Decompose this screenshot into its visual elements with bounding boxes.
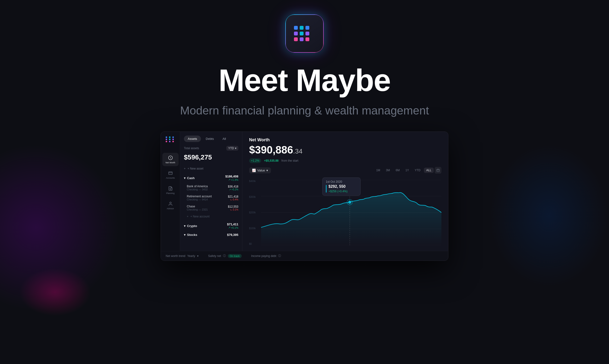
new-account-button[interactable]: + + New account (180, 213, 242, 220)
account-chase[interactable]: Chase Checking — 2321 $12,553 ↘ -3.1% (180, 203, 242, 213)
nw-main-value: $390,886 (249, 144, 293, 156)
chart-area: $400k $300k $200k $100k $0 (249, 177, 442, 255)
net-worth-icon (168, 155, 173, 160)
yearly-chevron: ▾ (197, 254, 198, 258)
time-ytd[interactable]: YTD (412, 168, 423, 173)
svg-rect-3 (437, 169, 440, 172)
boa-value: $36,418 (228, 185, 238, 188)
new-asset-icon: + (184, 167, 186, 170)
sidebar-item-advisor[interactable]: Advisor (162, 199, 179, 212)
crypto-trend: ↗ (228, 226, 230, 229)
y-label-0: $0 (249, 243, 256, 245)
sidebar-logo (166, 136, 175, 146)
crypto-arrow: ▾ (184, 224, 186, 228)
y-label-200: $200k (249, 211, 256, 214)
value-dropdown[interactable]: 📈 Value ▾ (249, 167, 271, 173)
cash-change: ↗ +1.3% (225, 178, 238, 181)
ret-info: Retirement account Checking — 9414 (187, 195, 212, 201)
time-3m[interactable]: 3M (384, 168, 392, 173)
time-buttons: 1M 3M 6M 1Y YTD ALL (374, 167, 442, 174)
new-asset-label: + New asset (188, 167, 203, 170)
stocks-arrow: ▾ (184, 233, 186, 237)
ret-sub: Checking — 9414 (187, 198, 212, 201)
bg-glow-pink-left (19, 268, 91, 316)
assets-total-value: $596,275 (180, 153, 242, 165)
value-label: Value (257, 169, 265, 172)
tooltip-date: 1st Oct 2020 (326, 180, 357, 183)
dot-2 (300, 26, 304, 30)
tooltip-bar (326, 185, 327, 193)
nw-from-label: from the start (281, 159, 299, 162)
sidebar-item-accounts[interactable]: Accounts (162, 168, 179, 182)
tab-bar: Assets Debts All (180, 132, 242, 142)
new-asset-button[interactable]: + + New asset (180, 165, 242, 172)
bottom-bar: Net worth trend Yearly ▾ Safety net ⓘ On… (161, 251, 448, 260)
y-label-100: $100k (249, 227, 256, 230)
accounts-icon (168, 170, 173, 176)
dot-9 (294, 37, 298, 41)
ret-trend: ↘ (230, 198, 232, 201)
net-worth-trend-label: Net worth trend (166, 254, 185, 258)
new-account-icon: + (187, 215, 188, 218)
on-track-badge: On track (228, 254, 242, 258)
income-paying-debt-info: ⓘ (278, 254, 281, 258)
svg-point-2 (169, 202, 171, 204)
app-icon (285, 14, 324, 53)
tab-assets[interactable]: Assets (184, 136, 201, 142)
chase-change: ↘ -3.1% (228, 208, 238, 211)
yearly-label: Yearly (187, 254, 195, 258)
time-all[interactable]: ALL (424, 168, 434, 173)
boa-name: Bank of America (187, 185, 208, 188)
sidebar-item-net-worth[interactable]: Net Worth (162, 153, 179, 166)
sidebar-item-planning[interactable]: Planning (162, 183, 179, 197)
dot-7 (305, 32, 309, 35)
app-icon-inner (286, 15, 323, 52)
assets-panel: Assets Debts All Total assets YTD ▾ $596… (180, 132, 242, 260)
sm-dot-2 (169, 136, 170, 138)
ret-value: $21,418 (228, 195, 238, 198)
crypto-amount: $71,411 ↗ +6.1% (227, 222, 238, 229)
sm-dot-4 (166, 139, 167, 140)
time-1y[interactable]: 1Y (403, 168, 411, 173)
ret-right: $21,418 ↘ -0.4% (228, 195, 238, 201)
sm-dot-1 (166, 136, 167, 138)
time-1m[interactable]: 1M (374, 168, 383, 173)
main-content: Net Worth $390,886.34 +1.2% +$5,535.88 f… (242, 132, 448, 260)
account-retirement[interactable]: Retirement account Checking — 9414 $21,4… (180, 193, 242, 203)
category-stocks: ▾ Stocks $79,395 (180, 231, 242, 238)
boa-trend: ↗ (229, 188, 231, 191)
sidebar-planning-label: Planning (166, 192, 175, 195)
category-cash: ▾ Cash $186,408 ↗ +1.3% (180, 172, 242, 183)
chart-tooltip: 1st Oct 2020 $292, 550 +$256 (+0.4%) (322, 177, 360, 196)
dot-1 (294, 26, 298, 30)
dots-grid (291, 24, 318, 44)
safety-net-info: ⓘ (223, 254, 226, 258)
time-6m[interactable]: 6M (393, 168, 402, 173)
cash-trend-icon: ↗ (228, 178, 230, 181)
sm-dot-5 (169, 139, 170, 140)
sm-dot-9 (172, 141, 174, 142)
chase-value: $12,553 (228, 205, 238, 208)
sidebar-advisor-label: Advisor (167, 207, 174, 210)
ret-change: ↘ -0.4% (228, 198, 238, 201)
sidebar-dots (166, 136, 175, 142)
net-worth-value: $390,886.34 (249, 144, 442, 156)
sidebar: Net Worth Accounts Planning (161, 132, 180, 260)
ytd-button[interactable]: YTD ▾ (226, 146, 238, 151)
hero-title: Meet Maybe (219, 62, 391, 98)
account-bank-of-america[interactable]: Bank of America Checking — 3432 $36,418 … (180, 183, 242, 193)
category-stocks-name: ▾ Stocks (184, 233, 197, 237)
ret-name: Retirement account (187, 195, 212, 198)
nw-cents: .34 (293, 147, 303, 155)
safety-net-item: Safety net ⓘ On track (208, 254, 242, 258)
calendar-button[interactable] (435, 167, 442, 174)
safety-net-label: Safety net (208, 254, 221, 258)
y-label-300: $300k (249, 196, 256, 198)
tab-all[interactable]: All (219, 136, 230, 142)
chase-trend: ↘ (230, 208, 232, 211)
tooltip-value: $292, 550 (329, 184, 347, 189)
hero-subtitle: Modern financial planning & wealth manag… (180, 104, 429, 117)
chart-area-fill (261, 193, 442, 245)
sidebar-net-worth-label: Net Worth (166, 161, 175, 164)
tab-debts[interactable]: Debts (202, 136, 218, 142)
